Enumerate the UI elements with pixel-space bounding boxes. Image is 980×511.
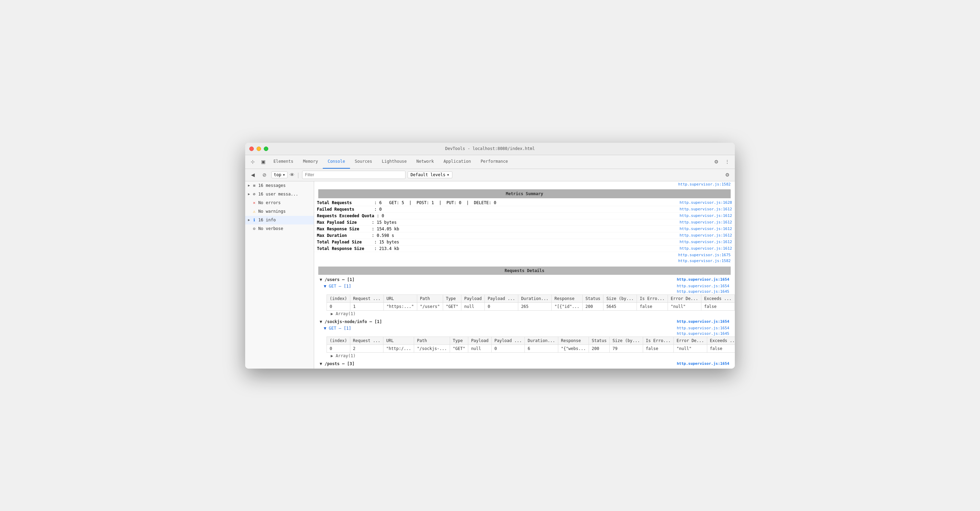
pointer-icon[interactable]: ⊹: [248, 157, 258, 167]
users-get-subgroup: ▼ GET – [1] http.supervisor.js:1654 http…: [322, 283, 731, 317]
users-group-header: ▼ /users – [1] http.supervisor.js:1654: [318, 276, 731, 283]
divider: |: [297, 172, 300, 178]
settings-icon[interactable]: ⚙: [711, 157, 721, 167]
file-link-1612f[interactable]: http.supervisor.js:1612: [680, 240, 732, 244]
file-link-1612c[interactable]: http.supervisor.js:1612: [680, 220, 732, 224]
file-link-sockjs-1654[interactable]: http.supervisor.js:1654: [677, 319, 729, 324]
user-icon: ⊘: [251, 192, 257, 197]
sidebar-item-warnings[interactable]: ▶ ⚠ No warnings: [245, 207, 314, 216]
device-icon[interactable]: ▣: [258, 157, 268, 167]
maximize-button[interactable]: [264, 146, 268, 151]
tab-lighthouse[interactable]: Lighthouse: [377, 155, 411, 169]
tab-memory[interactable]: Memory: [298, 155, 323, 169]
chevron-down-icon: ▾: [283, 172, 285, 177]
sidebar: ▶ ≡ 16 messages ▶ ⊘ 16 user messa... ▶ ✕…: [245, 181, 314, 369]
col-status: Status: [589, 336, 609, 344]
array-expand-sockjs[interactable]: ▶ Array(1): [322, 353, 731, 359]
file-link-users-1645[interactable]: http.supervisor.js:1645: [677, 289, 729, 294]
minimize-button[interactable]: [256, 146, 261, 151]
stop-icon[interactable]: ⊘: [260, 170, 269, 180]
col-url: URL: [383, 295, 417, 302]
file-link-1612a[interactable]: http.supervisor.js:1612: [680, 207, 732, 212]
file-link-1612g[interactable]: http.supervisor.js:1612: [680, 246, 732, 251]
tab-network[interactable]: Network: [412, 155, 439, 169]
col-duration: Duration...: [518, 295, 552, 302]
sockjs-group-header: ▼ /sockjs-node/info – [1] http.superviso…: [318, 318, 731, 325]
col-exceeds: Exceeds ...: [701, 295, 735, 302]
file-link-1612b[interactable]: http.supervisor.js:1612: [680, 213, 732, 218]
table-row: 0 2 "http:/... "/sockjs-... "GET" null 0…: [327, 344, 735, 352]
col-size: Size (by...: [603, 295, 637, 302]
expand-arrow: ▶: [248, 192, 250, 196]
title-bar: DevTools - localhost:8080/index.html: [245, 143, 735, 155]
col-type: Type: [450, 336, 468, 344]
file-link-1628[interactable]: http.supervisor.js:1628: [680, 201, 732, 205]
sidebar-label: No warnings: [258, 209, 286, 214]
metric-exceeded-quota: Requests Exceeded Quota : 0 http.supervi…: [314, 213, 735, 219]
devtools-window: DevTools - localhost:8080/index.html ⊹ ▣…: [245, 143, 735, 369]
error-icon: ✕: [251, 201, 257, 205]
col-exceeds: Exceeds ...: [707, 336, 735, 344]
sidebar-item-user-messages[interactable]: ▶ ⊘ 16 user messa...: [245, 190, 314, 199]
tab-application[interactable]: Application: [439, 155, 476, 169]
window-title: DevTools - localhost:8080/index.html: [445, 146, 535, 151]
file-link-1582b[interactable]: http.supervisor.js:1582: [678, 259, 731, 263]
file-link-1582[interactable]: http.supervisor.js:1582: [678, 182, 731, 186]
metrics-summary-header: Metrics Summary: [318, 189, 731, 198]
file-link-sockjs-1645[interactable]: http.supervisor.js:1645: [677, 331, 729, 336]
requests-details-header: Requests Details: [318, 266, 731, 275]
file-link-posts-1654[interactable]: http.supervisor.js:1654: [677, 361, 729, 366]
col-index: (index): [327, 336, 350, 344]
table-header-row: (index) Request ... URL Path Type Payloa…: [327, 336, 735, 344]
top-toolbar: ⊹ ▣ Elements Memory Console Sources Ligh…: [245, 155, 735, 169]
file-link-users-get-1654[interactable]: http.supervisor.js:1654: [677, 284, 729, 288]
users-get-header: ▼ GET – [1] http.supervisor.js:1654: [322, 283, 731, 289]
sidebar-label: No verbose: [258, 226, 283, 231]
main-area: ▶ ≡ 16 messages ▶ ⊘ 16 user messa... ▶ ✕…: [245, 181, 735, 369]
level-selector[interactable]: Default levels ▾: [407, 171, 452, 178]
sidebar-item-messages[interactable]: ▶ ≡ 16 messages: [245, 181, 314, 190]
metric-max-duration: Max Duration : 0.598 s http.supervisor.j…: [314, 232, 735, 239]
eye-icon[interactable]: 👁: [290, 172, 294, 178]
file-link-1675[interactable]: http.supervisor.js:1675: [678, 253, 731, 257]
more-icon[interactable]: ⋮: [722, 157, 732, 167]
file-link-1612e[interactable]: http.supervisor.js:1612: [680, 233, 732, 237]
verbose-icon: ⚙: [251, 226, 257, 231]
file-link-1612d[interactable]: http.supervisor.js:1612: [680, 226, 732, 231]
table-header-row: (index) Request ... URL Path Type Payloa…: [327, 295, 735, 302]
col-path: Path: [417, 295, 443, 302]
posts-group: ▼ /posts – [3] http.supervisor.js:1654: [318, 360, 731, 367]
sidebar-item-errors[interactable]: ▶ ✕ No errors: [245, 199, 314, 207]
expand-arrow: ▶: [248, 218, 250, 222]
array-expand-users[interactable]: ▶ Array(1): [322, 310, 731, 317]
sidebar-item-info[interactable]: ▶ ℹ 16 info: [245, 216, 314, 224]
context-label: top: [274, 172, 282, 177]
tab-performance[interactable]: Performance: [476, 155, 513, 169]
filter-input[interactable]: [302, 171, 406, 179]
settings-icon-right[interactable]: ⚙: [722, 170, 732, 180]
col-size: Size (by...: [610, 336, 643, 344]
tab-sources[interactable]: Sources: [350, 155, 377, 169]
posts-group-header: ▼ /posts – [3] http.supervisor.js:1654: [318, 360, 731, 367]
col-path: Path: [414, 336, 450, 344]
console-output[interactable]: http.supervisor.js:1582 Metrics Summary …: [314, 181, 735, 369]
close-button[interactable]: [249, 146, 254, 151]
context-selector[interactable]: top ▾: [271, 171, 288, 178]
back-icon[interactable]: ◀: [248, 170, 258, 180]
metric-total-payload: Total Payload Size : 15 bytes http.super…: [314, 239, 735, 245]
col-index: (index): [327, 295, 350, 302]
list-icon: ≡: [251, 183, 257, 188]
metric-total-requests: Total Requests : 6 GET: 5 | POST: 1 | PU…: [314, 200, 735, 206]
sidebar-label: 16 messages: [258, 183, 286, 188]
metric-max-payload: Max Payload Size : 15 bytes http.supervi…: [314, 219, 735, 226]
tab-console[interactable]: Console: [323, 155, 350, 169]
tab-elements[interactable]: Elements: [269, 155, 298, 169]
level-label: Default levels: [411, 172, 445, 177]
col-status: Status: [582, 295, 603, 302]
file-link-sockjs-get-1654[interactable]: http.supervisor.js:1654: [677, 326, 729, 330]
col-iserror: Is Erro...: [637, 295, 668, 302]
file-link-users-1654[interactable]: http.supervisor.js:1654: [677, 277, 729, 282]
users-table: (index) Request ... URL Path Type Payloa…: [326, 295, 735, 310]
traffic-lights: [249, 146, 268, 151]
sidebar-item-verbose[interactable]: ▶ ⚙ No verbose: [245, 224, 314, 233]
